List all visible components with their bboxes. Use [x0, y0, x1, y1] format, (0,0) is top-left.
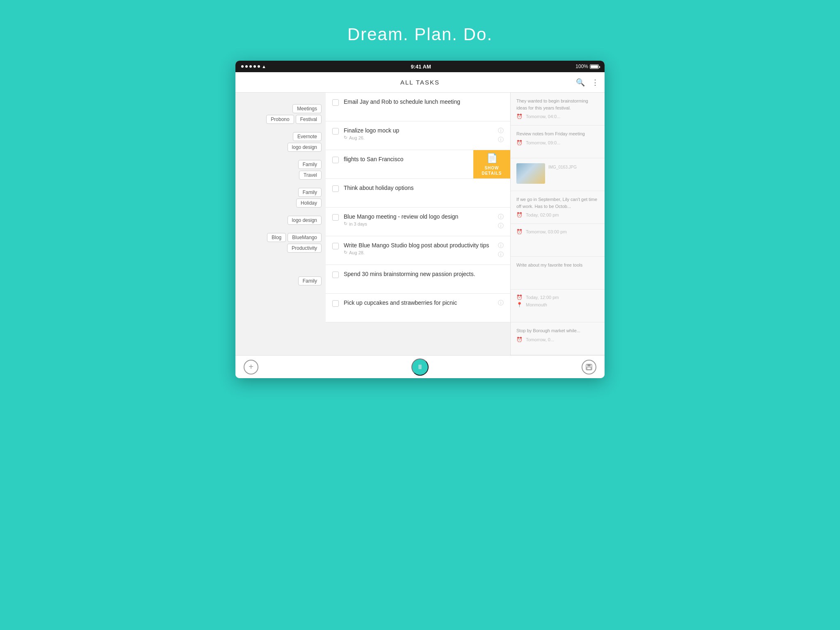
- status-right: 100%: [575, 64, 599, 69]
- sidebar-group-2: Evernote logo design: [240, 132, 322, 152]
- tag-family-2[interactable]: Family: [298, 188, 322, 197]
- sidebar-group-4: Family Holiday: [240, 188, 322, 208]
- tag-logo-design-1[interactable]: logo design: [288, 143, 322, 152]
- right-item-text-8: Stop by Borough market while...: [516, 327, 599, 334]
- task-checkbox-7[interactable]: [332, 272, 339, 278]
- task-checkbox-2[interactable]: [332, 128, 339, 135]
- task-info-icons-6: ⓘ ⓘ: [498, 242, 504, 258]
- tag-family-3[interactable]: Family: [298, 276, 322, 285]
- app-title: Dream. Plan. Do.: [347, 25, 493, 44]
- tag-blog[interactable]: Blog: [267, 233, 286, 242]
- signal-dot-4: [253, 65, 256, 68]
- alarm-time-4: Today, 02:00 pm: [526, 212, 559, 217]
- right-item-text-6: Write about my favorite free tools: [516, 262, 599, 269]
- task-checkbox-5[interactable]: [332, 214, 339, 221]
- task-title-8: Pick up cupcakes and strawberries for pi…: [344, 299, 493, 306]
- add-task-button[interactable]: +: [244, 360, 258, 374]
- tag-holiday[interactable]: Holiday: [296, 199, 322, 208]
- task-subtitle-2: ↻ Aug 26.: [344, 135, 493, 140]
- right-item-location-7: 📍 Monmouth: [516, 302, 599, 308]
- signal-dot-1: [241, 65, 244, 68]
- task-title-6: Write Blue Mango Studio blog post about …: [344, 242, 493, 249]
- tag-logo-design-2[interactable]: logo design: [288, 216, 322, 225]
- right-item-meta-1: ⏰ Tomorrow, 04:0...: [516, 114, 599, 119]
- search-icon[interactable]: 🔍: [576, 78, 585, 87]
- info-icon-2b[interactable]: ⓘ: [498, 136, 504, 144]
- task-item-5: Blue Mango meeting - review old logo des…: [326, 208, 510, 236]
- main-content: Meetings Probono Festival Evernote logo …: [235, 93, 605, 355]
- show-details-button[interactable]: 📄 SHOWDETAILS: [473, 150, 510, 178]
- task-content-6: Write Blue Mango Studio blog post about …: [344, 242, 493, 255]
- show-details-label: SHOWDETAILS: [482, 165, 502, 176]
- task-checkbox-1[interactable]: [332, 99, 339, 106]
- task-checkbox-8[interactable]: [332, 300, 339, 307]
- info-icon-6a[interactable]: ⓘ: [498, 242, 504, 249]
- tag-probono[interactable]: Probono: [266, 115, 294, 124]
- right-item-meta-8: ⏰ Tomorrow, 0...: [516, 337, 599, 342]
- alarm-time-5: Tomorrow, 03:00 pm: [526, 229, 567, 234]
- tag-family-1[interactable]: Family: [298, 160, 322, 169]
- signal-dot-3: [249, 65, 252, 68]
- app-header: ALL TASKS 🔍 ⋮: [235, 72, 605, 93]
- alarm-icon-4: ⏰: [516, 212, 523, 218]
- more-icon[interactable]: ⋮: [591, 78, 599, 87]
- task-item-8: Pick up cupcakes and strawberries for pi…: [326, 294, 510, 322]
- task-checkbox-3[interactable]: [332, 157, 339, 163]
- info-icon-5b[interactable]: ⓘ: [498, 222, 504, 230]
- signal-dot-5: [258, 65, 260, 68]
- right-item-row-3: IMG_0163.JPG: [516, 163, 599, 184]
- header-title: ALL TASKS: [400, 79, 440, 86]
- info-icon-2a[interactable]: ⓘ: [498, 127, 504, 135]
- alarm-time-1: Tomorrow, 04:0...: [526, 114, 560, 119]
- sidebar-group-5: logo design: [240, 216, 322, 225]
- task-subtitle-6: ↻ Aug 28.: [344, 250, 493, 255]
- info-icon-6b[interactable]: ⓘ: [498, 251, 504, 258]
- image-filename: IMG_0163.JPG: [548, 165, 599, 169]
- show-details-icon: 📄: [486, 153, 498, 164]
- info-icon-5a[interactable]: ⓘ: [498, 213, 504, 221]
- task-checkbox-4[interactable]: [332, 185, 339, 192]
- sidebar-group-1: Meetings Probono Festival: [240, 104, 322, 124]
- alarm-icon-1: ⏰: [516, 114, 523, 119]
- image-placeholder: [516, 163, 545, 184]
- right-panel: They wanted to begin brainstorming ideas…: [510, 93, 605, 355]
- right-item-3: IMG_0163.JPG: [511, 158, 605, 191]
- alarm-icon-5: ⏰: [516, 229, 523, 235]
- info-icon-8[interactable]: ⓘ: [498, 299, 504, 307]
- tag-evernote[interactable]: Evernote: [293, 132, 322, 141]
- tag-meetings[interactable]: Meetings: [292, 104, 322, 113]
- task-content-1: Email Jay and Rob to schedule lunch meet…: [344, 98, 504, 106]
- task-title-2: Finalize logo mock up: [344, 127, 493, 134]
- location-name-7: Monmouth: [526, 302, 547, 307]
- tag-bluemango[interactable]: BlueMango: [288, 233, 322, 242]
- battery-percent: 100%: [575, 64, 588, 69]
- repeat-icon-5: ↻: [344, 221, 347, 226]
- pause-button[interactable]: ⏸: [411, 358, 429, 376]
- signal-dot-2: [245, 65, 248, 68]
- task-info-icons-5: ⓘ ⓘ: [498, 213, 504, 230]
- alarm-icon-2: ⏰: [516, 140, 523, 146]
- right-item-text-1: They wanted to begin brainstorming ideas…: [516, 98, 599, 111]
- task-content-7: Spend 30 mins brainstorming new passion …: [344, 271, 504, 278]
- task-item-6: Write Blue Mango Studio blog post about …: [326, 236, 510, 265]
- alarm-icon-8: ⏰: [516, 337, 523, 342]
- task-item-2: Finalize logo mock up ↻ Aug 26. ⓘ ⓘ: [326, 121, 510, 150]
- task-title-4: Think about holiday options: [344, 185, 504, 191]
- repeat-icon-6: ↻: [344, 250, 347, 255]
- tag-travel[interactable]: Travel: [299, 171, 322, 180]
- save-button[interactable]: [582, 360, 596, 374]
- task-info-icons-2: ⓘ ⓘ: [498, 127, 504, 144]
- alarm-time-2: Tomorrow, 09:0...: [526, 140, 560, 145]
- sidebar: Meetings Probono Festival Evernote logo …: [235, 93, 326, 355]
- task-checkbox-6[interactable]: [332, 243, 339, 249]
- sidebar-group-3: Family Travel: [240, 160, 322, 180]
- ipad-frame: ▲ 9:41 AM 100% ALL TASKS 🔍 ⋮ Meetings Pr…: [235, 61, 605, 378]
- status-bar: ▲ 9:41 AM 100%: [235, 61, 605, 72]
- right-item-text-2: Review notes from Friday meeting: [516, 130, 599, 137]
- location-icon-7: 📍: [516, 302, 523, 308]
- status-time: 9:41 AM: [411, 64, 431, 70]
- bottom-bar: + ⏸: [235, 355, 605, 378]
- tag-festival[interactable]: Festival: [296, 115, 322, 124]
- tag-productivity[interactable]: Productivity: [287, 244, 322, 253]
- task-content-4: Think about holiday options: [344, 185, 504, 192]
